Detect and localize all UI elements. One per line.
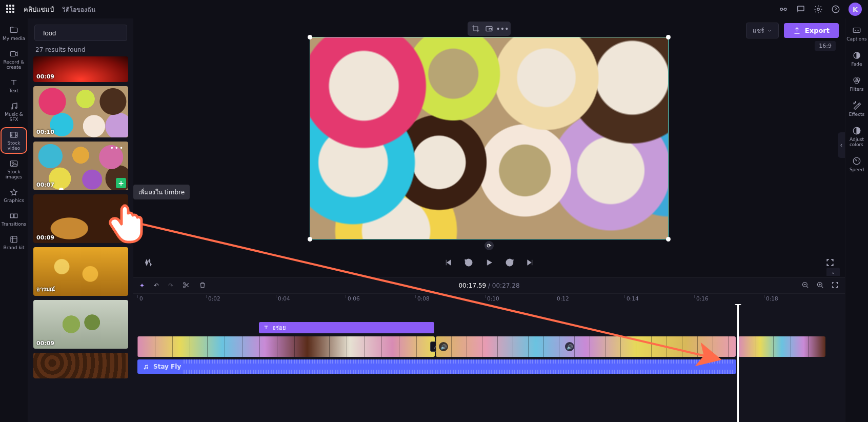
rail-my-media[interactable]: My media	[2, 24, 26, 43]
clip-thumb[interactable]	[33, 353, 128, 378]
rail-graphics[interactable]: Graphics	[2, 186, 26, 205]
clip-mute-icon[interactable]: 🔊	[565, 342, 574, 351]
rr-effects[interactable]: Effects	[849, 101, 865, 117]
step-back-icon[interactable]	[464, 258, 473, 269]
time-tick: 0:06	[346, 295, 360, 302]
video-clip[interactable]	[738, 336, 825, 357]
panel-collapse-icon[interactable]: ⌄	[826, 268, 840, 276]
clip-thumb[interactable]: อารมณ์	[33, 247, 128, 296]
timeline-tracks[interactable]: อร่อย ⤢ 🔊 🔊 Stay Fly	[133, 304, 845, 422]
svg-rect-9	[10, 161, 17, 167]
rr-captions-label: Captions	[846, 36, 866, 42]
audio-clip-label: Stay Fly	[153, 363, 181, 370]
clip-thumb[interactable]: 00:09	[33, 56, 128, 82]
project-title[interactable]: วิดีโอของฉัน	[62, 5, 95, 14]
more-icon[interactable]: •••	[496, 23, 509, 34]
delete-icon[interactable]	[199, 282, 206, 290]
topbar: คลิปแชมป์ วิดีโอของฉัน K	[0, 0, 868, 18]
aspect-ratio-badge[interactable]: 16:9	[815, 41, 836, 51]
rail-transitions[interactable]: Transitions	[2, 209, 26, 229]
skip-start-icon[interactable]	[443, 258, 453, 269]
preview-frame-image	[310, 37, 668, 239]
fit-icon[interactable]	[831, 281, 839, 290]
search-input[interactable]	[42, 29, 130, 37]
clip-thumb[interactable]: 00:09	[33, 194, 128, 243]
zoom-out-icon[interactable]	[801, 281, 809, 290]
svg-rect-12	[14, 214, 17, 218]
resize-handle-icon[interactable]	[666, 237, 671, 242]
share-button[interactable]: แชร์	[746, 23, 779, 38]
feedback-icon[interactable]	[796, 5, 805, 14]
svg-point-0	[780, 8, 783, 11]
apps-grid-icon[interactable]	[6, 5, 15, 14]
clip-thumb[interactable]: 00:10	[33, 86, 128, 137]
playhead[interactable]	[737, 304, 739, 422]
step-forward-icon[interactable]	[505, 258, 514, 269]
time-ruler[interactable]: 0 0:02 0:04 0:06 0:08 0:10 0:12 0:14 0:1…	[133, 294, 845, 304]
clip-more-icon[interactable]: •••	[110, 145, 124, 152]
text-clip[interactable]: อร่อย	[259, 322, 434, 333]
resize-handle-icon[interactable]	[666, 35, 671, 39]
crop-icon[interactable]	[469, 23, 482, 34]
scrub-handle-icon[interactable]	[59, 188, 64, 190]
video-track[interactable]: ⤢ 🔊 🔊	[137, 336, 842, 357]
ai-icon[interactable]	[144, 258, 153, 269]
svg-point-7	[15, 107, 17, 109]
rail-stock-images[interactable]: Stock images	[2, 157, 26, 182]
rr-fade[interactable]: Fade	[851, 51, 862, 67]
zoom-in-icon[interactable]	[816, 281, 824, 290]
streak-icon[interactable]	[779, 5, 788, 14]
resize-handle-icon[interactable]	[308, 237, 312, 242]
rail-brand-kit[interactable]: Brand kit	[2, 233, 26, 252]
share-button-label: แชร์	[753, 26, 764, 35]
video-clip[interactable]: 🔊 🔊	[436, 336, 736, 357]
rr-filters[interactable]: Filters	[850, 76, 864, 92]
redo-icon[interactable]: ↷	[168, 282, 173, 289]
time-tick: 0	[137, 295, 143, 302]
audio-clip[interactable]: Stay Fly	[137, 359, 736, 374]
results-count: 27 results found	[35, 46, 126, 53]
rail-my-media-label: My media	[3, 36, 25, 41]
skip-end-icon[interactable]	[526, 258, 535, 269]
rr-fade-label: Fade	[851, 62, 862, 67]
center-column: ••• แชร์ Export 16:9 ⟳	[133, 18, 845, 422]
clip-duration: 00:09	[36, 340, 54, 347]
settings-icon[interactable]	[814, 5, 823, 14]
rr-adjust-colors-label: Adjust colors	[850, 137, 864, 147]
app-home-link[interactable]: คลิปแชมป์	[24, 4, 54, 15]
rotate-handle-icon[interactable]: ⟳	[485, 241, 494, 250]
rail-text[interactable]: Text	[2, 76, 26, 95]
rail-record-create[interactable]: Record & create	[2, 47, 26, 72]
rr-captions[interactable]: Captions	[846, 26, 866, 42]
svg-rect-13	[11, 236, 17, 243]
search-input-wrapper[interactable]	[34, 25, 127, 41]
add-to-timeline-button[interactable]: +	[116, 178, 126, 188]
clip-duration: อารมณ์	[36, 285, 55, 294]
right-panel-collapse[interactable]: ‹	[838, 132, 845, 158]
clip-thumb[interactable]: 00:09	[33, 300, 128, 349]
clip-duration: 00:07	[36, 182, 54, 188]
time-tick: 0:10	[485, 295, 499, 302]
clip-thumb[interactable]: 00:07 ••• +	[33, 142, 128, 190]
time-tick: 0:02	[206, 295, 220, 302]
export-button[interactable]: Export	[784, 23, 839, 38]
fullscreen-icon[interactable]	[825, 258, 835, 269]
help-icon[interactable]	[831, 5, 840, 14]
time-tick: 0:14	[624, 295, 639, 302]
rail-stock-video[interactable]: Stock video	[2, 128, 26, 153]
ai-sparkle-icon[interactable]: ✦	[139, 282, 145, 289]
rr-adjust-colors[interactable]: Adjust colors	[850, 126, 864, 147]
preview-canvas[interactable]: ⟳	[310, 37, 669, 239]
play-icon[interactable]	[485, 258, 494, 269]
clip-list[interactable]: 00:09 00:10 00:07 ••• + 00:09 อารมณ์ 00:…	[28, 56, 133, 384]
undo-icon[interactable]: ↶	[154, 282, 159, 289]
resize-handle-icon[interactable]	[308, 35, 312, 39]
video-clip[interactable]: ⤢	[137, 336, 435, 357]
clip-mute-icon[interactable]: 🔊	[439, 342, 448, 351]
svg-point-10	[12, 162, 13, 164]
rail-music-sfx[interactable]: Music & SFX	[2, 99, 26, 124]
rr-speed[interactable]: Speed	[850, 156, 864, 172]
pip-icon[interactable]	[482, 23, 496, 34]
avatar[interactable]: K	[849, 3, 862, 16]
split-icon[interactable]	[183, 282, 190, 290]
